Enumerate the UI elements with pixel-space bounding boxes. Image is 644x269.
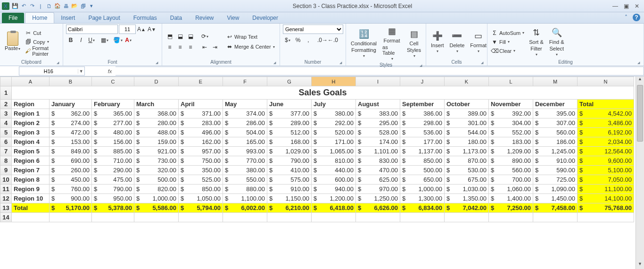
tab-view[interactable]: View	[221, 13, 246, 23]
conditional-formatting-button[interactable]: 🔢ConditionalFormatting	[349, 27, 379, 59]
col-header-K[interactable]: K	[445, 77, 489, 86]
data-cell[interactable]: $625.00	[356, 175, 400, 185]
data-cell[interactable]: $380.00	[312, 109, 356, 118]
find-select-button[interactable]: 🔍Find &Select	[547, 26, 566, 58]
region-label[interactable]: Region 7	[12, 166, 50, 175]
col-header-N[interactable]: N	[578, 77, 634, 86]
percent-button[interactable]: %	[293, 35, 303, 45]
data-cell[interactable]: $301.00	[445, 118, 489, 128]
data-cell[interactable]: $500.00	[134, 175, 179, 185]
header-cell[interactable]: February	[92, 100, 134, 109]
data-cell[interactable]: $870.00	[445, 156, 489, 166]
data-cell[interactable]: $1,000.00	[400, 185, 445, 194]
cell-styles-button[interactable]: ▤CellStyles	[405, 27, 423, 59]
row-total-cell[interactable]: $7,050.00	[578, 175, 634, 185]
data-cell[interactable]: $750.00	[179, 156, 223, 166]
data-cell[interactable]: $274.00	[50, 118, 92, 128]
tab-file[interactable]: File	[2, 13, 24, 23]
data-cell[interactable]: $1,350.00	[445, 194, 489, 203]
empty-cell[interactable]	[92, 213, 134, 222]
data-cell[interactable]: $730.00	[134, 156, 179, 166]
font-name-combo[interactable]	[66, 25, 118, 34]
data-cell[interactable]: $880.00	[223, 185, 267, 194]
help-icon[interactable]: ?	[633, 14, 640, 21]
data-cell[interactable]: $993.00	[223, 147, 267, 156]
new-icon[interactable]: 🗋	[45, 2, 53, 10]
row-total-cell[interactable]: $12,564.00	[578, 147, 634, 156]
empty-cell[interactable]	[12, 213, 50, 222]
data-cell[interactable]: $168.00	[267, 137, 312, 147]
merge-center-button[interactable]: ⬌Merge & Center	[225, 42, 276, 51]
row-header-12[interactable]: 12	[0, 194, 12, 203]
data-cell[interactable]: $849.00	[50, 147, 92, 156]
data-cell[interactable]: $1,060.00	[489, 185, 533, 194]
data-cell[interactable]: $790.00	[267, 156, 312, 166]
col-header-F[interactable]: F	[223, 77, 267, 86]
spreadsheet-grid[interactable]: ABCDEFGHIJKLMN1Sales Goals2RegionJanuary…	[0, 76, 644, 269]
col-total-cell[interactable]: $7,458.00	[533, 203, 578, 213]
data-cell[interactable]: $395.00	[533, 109, 578, 118]
header-cell[interactable]: November	[489, 100, 533, 109]
col-header-J[interactable]: J	[400, 77, 445, 86]
currency-button[interactable]: $	[283, 35, 292, 45]
row-total-cell[interactable]: $14,100.00	[578, 194, 634, 203]
data-cell[interactable]: $1,400.00	[489, 194, 533, 203]
tab-home[interactable]: Home	[25, 12, 54, 23]
header-cell[interactable]: June	[267, 100, 312, 109]
dec-decimal-button[interactable]: ←.0	[328, 35, 338, 45]
header-cell[interactable]: October	[445, 100, 489, 109]
col-total-cell[interactable]: $5,378.00	[92, 203, 134, 213]
data-cell[interactable]: $1,050.00	[179, 194, 223, 203]
col-total-cell[interactable]: $7,042.00	[445, 203, 489, 213]
col-total-cell[interactable]: $5,170.00	[50, 203, 92, 213]
data-cell[interactable]: $1,137.00	[400, 147, 445, 156]
data-cell[interactable]: $380.00	[223, 166, 267, 175]
home-icon[interactable]: 🏠	[54, 2, 61, 10]
data-cell[interactable]: $910.00	[267, 185, 312, 194]
col-total-cell[interactable]: $6,418.00	[312, 203, 356, 213]
data-cell[interactable]: $700.00	[489, 175, 533, 185]
col-total-cell[interactable]: $5,794.00	[179, 203, 223, 213]
data-cell[interactable]: $156.00	[92, 137, 134, 147]
maximize-button[interactable]: ▣	[624, 3, 629, 9]
header-cell[interactable]: May	[223, 100, 267, 109]
save-icon[interactable]: 💾	[11, 2, 19, 10]
data-cell[interactable]: $528.00	[356, 128, 400, 137]
data-cell[interactable]: $365.00	[92, 109, 134, 118]
row-header-6[interactable]: 6	[0, 137, 12, 147]
title-cell[interactable]: Sales Goals	[12, 86, 634, 100]
data-cell[interactable]: $162.00	[179, 137, 223, 147]
data-cell[interactable]: $760.00	[50, 185, 92, 194]
data-cell[interactable]: $165.00	[223, 137, 267, 147]
header-cell[interactable]: January	[50, 100, 92, 109]
font-color-button[interactable]: A	[124, 35, 133, 45]
header-cell[interactable]: August	[356, 100, 400, 109]
tab-developer[interactable]: Developer	[246, 13, 285, 23]
data-cell[interactable]: $1,173.00	[445, 147, 489, 156]
row-header-11[interactable]: 11	[0, 185, 12, 194]
data-cell[interactable]: $1,029.00	[267, 147, 312, 156]
minimize-button[interactable]: —	[612, 3, 618, 9]
data-cell[interactable]: $289.00	[267, 118, 312, 128]
empty-cell[interactable]	[267, 213, 312, 222]
row-total-cell[interactable]: $3,486.00	[578, 118, 634, 128]
empty-cell[interactable]	[312, 213, 356, 222]
row-total-cell[interactable]: $4,542.00	[578, 109, 634, 118]
data-cell[interactable]: $277.00	[92, 118, 134, 128]
insert-cells-button[interactable]: ➕Insert	[429, 29, 446, 54]
grand-total-cell[interactable]: $75,768.00	[578, 203, 634, 213]
row-header-3[interactable]: 3	[0, 109, 12, 118]
data-cell[interactable]: $957.00	[179, 147, 223, 156]
data-cell[interactable]: $530.00	[445, 166, 489, 175]
data-cell[interactable]: $183.00	[489, 137, 533, 147]
underline-button[interactable]: U	[87, 35, 96, 45]
data-cell[interactable]: $386.00	[400, 109, 445, 118]
open-icon[interactable]: 📂	[71, 2, 78, 10]
col-total-cell[interactable]: $6,626.00	[356, 203, 400, 213]
data-cell[interactable]: $1,245.00	[533, 147, 578, 156]
align-center-button[interactable]: ≡	[175, 42, 185, 52]
row-total-cell[interactable]: $5,100.00	[578, 166, 634, 175]
cut-button[interactable]: ✂Cut	[24, 29, 60, 37]
italic-button[interactable]: I	[76, 35, 86, 45]
align-middle-button[interactable]: ⬓	[175, 32, 185, 41]
